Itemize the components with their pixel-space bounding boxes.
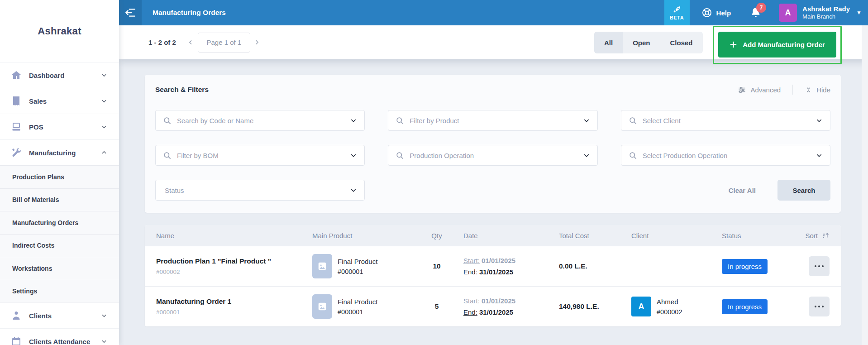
sidebar-item-pos[interactable]: POS bbox=[0, 114, 119, 139]
column-header-client: Client bbox=[627, 232, 722, 240]
notifications-button[interactable]: 7 bbox=[750, 7, 762, 19]
chevron-down-icon bbox=[583, 152, 590, 159]
filter-select-production-operation[interactable]: Select Production Operation bbox=[621, 145, 830, 166]
content-area: Search & Filters Advanced bbox=[119, 59, 868, 326]
order-total-cost: 140,980 L.E. bbox=[548, 302, 627, 311]
submenu-item-bill-of-materials[interactable]: Bill of Materials bbox=[0, 188, 119, 211]
beta-label: BETA bbox=[670, 15, 684, 20]
row-actions-button[interactable] bbox=[809, 297, 830, 316]
help-label: Help bbox=[716, 9, 731, 17]
sidebar-item-sales[interactable]: Sales bbox=[0, 88, 119, 114]
advanced-filters-link[interactable]: Advanced bbox=[738, 86, 781, 94]
pos-terminal-icon bbox=[11, 121, 22, 132]
add-button-label: Add Manufacturing Order bbox=[743, 41, 825, 48]
sidebar-item-clients[interactable]: Clients bbox=[0, 302, 119, 328]
page-title: Manufacturing Orders bbox=[153, 9, 226, 17]
column-header-total-cost: Total Cost bbox=[548, 232, 627, 240]
sidebar-item-manufacturing[interactable]: Manufacturing bbox=[0, 139, 119, 165]
collapse-menu-icon bbox=[124, 7, 136, 19]
search-button[interactable]: Search bbox=[777, 180, 830, 201]
search-icon bbox=[396, 116, 404, 125]
table-row[interactable]: Manufacturing Order 1 #000001 Final Prod… bbox=[145, 286, 841, 326]
sidebar-collapse-button[interactable] bbox=[119, 0, 142, 25]
next-page-button[interactable] bbox=[250, 33, 264, 53]
table-row[interactable]: Production Plan 1 "Final Product " #0000… bbox=[145, 246, 841, 286]
end-label: End: bbox=[463, 308, 477, 316]
filter-placeholder: Select Production Operation bbox=[643, 152, 816, 159]
receipt-icon bbox=[11, 96, 22, 106]
prev-page-button[interactable] bbox=[184, 33, 198, 53]
search-filters-panel: Search & Filters Advanced bbox=[145, 75, 841, 213]
column-header-name: Name bbox=[156, 232, 312, 240]
row-actions-button[interactable] bbox=[809, 256, 830, 276]
filter-placeholder: Filter by BOM bbox=[177, 152, 350, 159]
clear-all-link[interactable]: Clear All bbox=[729, 187, 756, 194]
sidebar-item-clients-attendance[interactable]: Clients Attendance bbox=[0, 328, 119, 345]
chevron-down-icon bbox=[101, 124, 107, 130]
rocket-icon bbox=[672, 5, 682, 14]
home-icon bbox=[11, 70, 22, 81]
start-label: Start: bbox=[463, 297, 480, 305]
status-badge[interactable]: In progress bbox=[722, 259, 768, 274]
status-filter-tabs: All Open Closed bbox=[594, 32, 703, 53]
order-qty: 5 bbox=[425, 302, 448, 311]
column-header-main-product: Main Product bbox=[312, 232, 425, 240]
user-menu[interactable]: A Ashrakat Rady Main Branch ▼ bbox=[779, 4, 862, 22]
hide-label: Hide bbox=[816, 86, 830, 94]
client-name: Ahmed bbox=[657, 298, 682, 306]
help-button[interactable]: Help bbox=[701, 7, 731, 18]
tab-open[interactable]: Open bbox=[623, 32, 660, 53]
product-name: Final Product bbox=[338, 258, 377, 265]
user-avatar: A bbox=[779, 4, 797, 22]
chevron-down-icon bbox=[350, 187, 357, 194]
product-id: #000001 bbox=[338, 268, 377, 275]
tab-closed[interactable]: Closed bbox=[660, 32, 703, 53]
topbar: Manufacturing Orders BETA Help bbox=[119, 0, 868, 25]
beta-badge[interactable]: BETA bbox=[664, 0, 690, 25]
scrollbar-track[interactable] bbox=[862, 25, 868, 345]
divider bbox=[792, 85, 793, 95]
column-header-sort[interactable]: Sort bbox=[781, 231, 830, 240]
sidebar-item-dashboard[interactable]: Dashboard bbox=[0, 62, 119, 88]
submenu-item-indirect-costs[interactable]: Indirect Costs bbox=[0, 234, 119, 257]
column-header-date: Date bbox=[448, 232, 548, 240]
chevron-down-icon bbox=[350, 152, 357, 159]
main-area: Manufacturing Orders BETA Help bbox=[119, 0, 868, 345]
brand-logo: Ashrakat bbox=[0, 0, 119, 62]
chevron-down-icon bbox=[816, 152, 823, 159]
tools-icon bbox=[11, 147, 22, 158]
sort-label: Sort bbox=[805, 232, 818, 240]
submenu-item-manufacturing-orders[interactable]: Manufacturing Orders bbox=[0, 211, 119, 234]
start-date: 01/01/2025 bbox=[482, 297, 515, 305]
start-date: 01/01/2025 bbox=[482, 257, 515, 264]
results-range: 1 - 2 of 2 bbox=[148, 38, 176, 46]
filter-placeholder: Production Operation bbox=[410, 152, 582, 159]
sidebar-item-label: Sales bbox=[29, 97, 101, 105]
search-icon bbox=[629, 151, 637, 160]
caret-down-icon: ▼ bbox=[856, 10, 862, 16]
tab-all[interactable]: All bbox=[594, 32, 623, 53]
add-manufacturing-order-button[interactable]: Add Manufacturing Order bbox=[718, 32, 836, 58]
product-image-placeholder bbox=[312, 294, 332, 319]
filter-bom[interactable]: Filter by BOM bbox=[155, 145, 365, 166]
app-window: Ashrakat Dashboard Sales POS bbox=[0, 0, 868, 345]
filter-production-operation[interactable]: Production Operation bbox=[388, 145, 597, 166]
submenu-item-workstations[interactable]: Workstations bbox=[0, 257, 119, 280]
submenu-item-settings[interactable]: Settings bbox=[0, 280, 119, 303]
advanced-label: Advanced bbox=[750, 86, 781, 94]
column-header-qty: Qty bbox=[425, 232, 448, 240]
hide-filters-link[interactable]: Hide bbox=[805, 86, 830, 94]
filter-client[interactable]: Select Client bbox=[621, 110, 830, 131]
filter-search-code-name[interactable]: Search by Code or Name bbox=[155, 110, 365, 131]
filter-product[interactable]: Filter by Product bbox=[388, 110, 597, 131]
sidebar-item-label: Clients bbox=[29, 312, 101, 320]
order-client: A Ahmed #000002 bbox=[627, 297, 722, 316]
order-qty: 10 bbox=[425, 262, 448, 270]
submenu-item-production-plans[interactable]: Production Plans bbox=[0, 165, 119, 188]
topbar-right: BETA Help 7 A Ashrak bbox=[664, 0, 868, 25]
sidebar-item-label: Manufacturing bbox=[29, 149, 101, 157]
highlight-annotation-box: Add Manufacturing Order bbox=[713, 26, 842, 64]
product-name: Final Product bbox=[338, 298, 377, 306]
status-badge[interactable]: In progress bbox=[722, 299, 768, 314]
filter-status[interactable]: Status bbox=[155, 180, 365, 201]
